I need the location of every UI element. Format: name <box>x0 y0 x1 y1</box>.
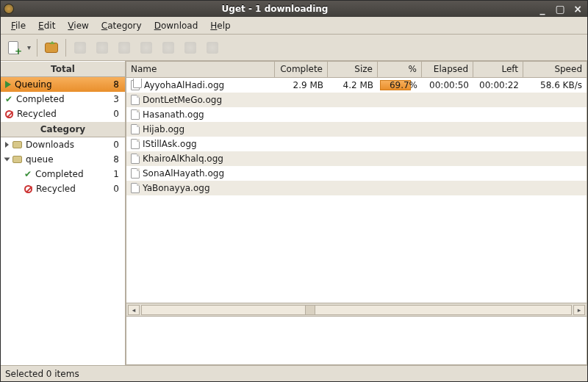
scroll-track[interactable] <box>141 305 572 315</box>
new-download-button[interactable] <box>5 40 21 56</box>
sidebar-category-queue[interactable]: queue8 <box>1 152 125 167</box>
menu-help[interactable]: Help <box>204 18 236 33</box>
download-name: Hijab.ogg <box>143 124 184 134</box>
download-percent <box>378 172 422 175</box>
menu-edit[interactable]: Edit <box>32 18 61 33</box>
downloads-header-row[interactable]: Name Complete Size % Elapsed Left Speed <box>126 62 587 78</box>
download-percent <box>378 187 422 190</box>
sidebar-item-count: 3 <box>113 94 121 104</box>
download-complete <box>275 128 328 131</box>
download-row[interactable]: YaBonayya.ogg <box>126 181 587 195</box>
file-icon <box>131 168 140 179</box>
file-icon <box>131 95 140 105</box>
download-row[interactable]: Hijab.ogg <box>126 122 587 137</box>
move-down-button <box>160 40 176 56</box>
file-icon <box>131 109 140 120</box>
move-top-button <box>182 40 198 56</box>
download-row[interactable]: DontLetMeGo.ogg <box>126 93 587 107</box>
sidebar-item-count: 8 <box>113 154 121 165</box>
sidebar-item-queuing[interactable]: Queuing8 <box>1 77 125 92</box>
download-row[interactable]: AyyohaAlHadi.ogg2.9 MB4.2 MB69.7%00:00:5… <box>126 78 587 93</box>
sidebar-filler <box>1 196 125 365</box>
expand-toggle-icon[interactable] <box>4 158 10 162</box>
start-button[interactable] <box>43 40 60 56</box>
download-speed <box>523 128 587 131</box>
sidebar-item-count: 1 <box>113 169 121 179</box>
download-elapsed <box>422 187 473 190</box>
download-left <box>473 143 523 145</box>
download-speed <box>523 98 587 101</box>
maximize-button[interactable]: ▢ <box>553 4 567 14</box>
download-size: 4.2 MB <box>328 79 378 92</box>
sidebar: Total Queuing8✔Completed3Recycled0 Categ… <box>1 61 126 365</box>
scroll-thumb[interactable] <box>305 306 315 314</box>
download-percent <box>378 143 422 145</box>
col-left[interactable]: Left <box>473 62 523 77</box>
download-elapsed <box>422 172 473 175</box>
download-elapsed <box>422 143 473 145</box>
col-speed[interactable]: Speed <box>523 62 587 77</box>
minimize-button[interactable]: _ <box>536 4 549 14</box>
scroll-right-button[interactable]: ▸ <box>573 305 585 315</box>
download-name: IStillAsk.ogg <box>143 139 197 149</box>
download-size <box>328 187 378 190</box>
sidebar-category-downloads[interactable]: Downloads0 <box>1 137 125 152</box>
col-complete[interactable]: Complete <box>275 62 328 77</box>
status-text: Selected 0 items <box>5 369 79 379</box>
close-button[interactable]: × <box>571 4 584 14</box>
file-icon <box>131 183 140 193</box>
sidebar-item-count: 0 <box>113 109 121 119</box>
download-row[interactable]: KhairoAlKhalq.ogg <box>126 151 587 166</box>
download-left: 00:00:22 <box>473 79 523 92</box>
col-elapsed[interactable]: Elapsed <box>422 62 473 77</box>
download-size <box>328 128 378 131</box>
download-complete <box>275 187 328 190</box>
sidebar-item-label: Recycled <box>17 109 57 119</box>
download-left <box>473 128 523 131</box>
sidebar-category-header: Category <box>1 121 125 137</box>
download-name: DontLetMeGo.ogg <box>143 95 222 105</box>
download-size <box>328 113 378 116</box>
menu-view[interactable]: View <box>62 18 94 33</box>
app-window: Uget - 1 downloading _ ▢ × File Edit Vie… <box>0 0 588 382</box>
expand-toggle-icon[interactable] <box>5 142 9 148</box>
percent-value: 69.7% <box>390 80 422 90</box>
menu-category[interactable]: Category <box>96 18 148 33</box>
scroll-left-button[interactable]: ◂ <box>128 305 140 315</box>
check-icon: ✔ <box>24 169 32 179</box>
download-name: KhairoAlKhalq.ogg <box>143 154 223 164</box>
downloads-rows[interactable]: AyyohaAlHadi.ogg2.9 MB4.2 MB69.7%00:00:5… <box>126 78 587 303</box>
download-elapsed <box>422 113 473 116</box>
download-percent <box>378 113 422 116</box>
horizontal-scrollbar[interactable]: ◂ ▸ <box>126 303 587 316</box>
download-row[interactable]: Hasanath.ogg <box>126 107 587 122</box>
move-bottom-button <box>204 40 220 56</box>
download-name: YaBonayya.ogg <box>143 183 210 193</box>
download-elapsed <box>422 128 473 131</box>
sidebar-item-completed[interactable]: ✔Completed3 <box>1 92 125 107</box>
col-percent[interactable]: % <box>378 62 422 77</box>
sidebar-total-list: Queuing8✔Completed3Recycled0 <box>1 77 125 121</box>
toolbar-separator <box>65 39 66 57</box>
file-icon <box>131 154 140 164</box>
download-speed <box>523 143 587 145</box>
title-bar[interactable]: Uget - 1 downloading _ ▢ × <box>1 1 587 17</box>
download-row[interactable]: IStillAsk.ogg <box>126 137 587 151</box>
downloading-icon <box>131 80 141 90</box>
sidebar-subitem-completed[interactable]: ✔Completed1 <box>1 167 125 181</box>
menu-download[interactable]: Download <box>148 18 204 33</box>
col-size[interactable]: Size <box>328 62 378 77</box>
sidebar-subitem-recycled[interactable]: Recycled0 <box>1 181 125 196</box>
download-row[interactable]: SonaAlHayath.ogg <box>126 166 587 181</box>
download-complete <box>275 143 328 145</box>
new-download-dropdown[interactable]: ▾ <box>27 43 31 51</box>
menu-file[interactable]: File <box>5 18 32 33</box>
sidebar-item-count: 8 <box>113 79 121 90</box>
play-button <box>72 40 88 56</box>
download-left <box>473 157 523 160</box>
toolbar: ▾ <box>1 35 587 61</box>
col-name[interactable]: Name <box>126 62 275 77</box>
download-left <box>473 113 523 116</box>
sidebar-item-recycled[interactable]: Recycled0 <box>1 107 125 121</box>
recycled-icon <box>5 110 13 118</box>
